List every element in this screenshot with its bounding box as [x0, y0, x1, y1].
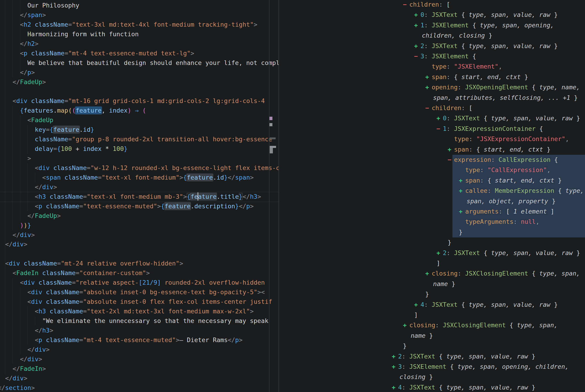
- expand-toggle-icon[interactable]: +: [436, 248, 443, 258]
- expand-toggle-icon[interactable]: +: [459, 175, 465, 186]
- code-line[interactable]: <div className="absolute inset-0 bg-esse…: [0, 288, 278, 297]
- code-line[interactable]: We believe that beautiful design should …: [0, 58, 278, 68]
- ast-line[interactable]: −1: JSXExpressionContainer {: [436, 124, 543, 134]
- expand-toggle-icon[interactable]: +: [414, 300, 421, 310]
- expand-toggle-icon[interactable]: +: [414, 41, 421, 51]
- ast-line[interactable]: +4: JSXText { type, span, value, raw }: [392, 382, 535, 392]
- ast-line[interactable]: closing }: [400, 372, 433, 382]
- code-line[interactable]: <h2 className="text-3xl md:text-4xl font…: [0, 20, 278, 30]
- expand-toggle-icon[interactable]: +: [459, 186, 465, 196]
- code-line[interactable]: </FadeIn>: [0, 364, 278, 374]
- code-line[interactable]: </div>: [0, 374, 278, 383]
- overview-ruler[interactable]: [269, 0, 278, 392]
- expand-toggle-icon[interactable]: +: [414, 20, 421, 30]
- ast-line[interactable]: }: [403, 341, 407, 351]
- code-line[interactable]: <div className="absolute inset-0 flex fl…: [0, 297, 278, 306]
- code-line[interactable]: </div>: [0, 230, 278, 240]
- ast-line[interactable]: span, attributes, selfClosing, ... +1 }: [433, 92, 578, 103]
- ast-line[interactable]: −children: [: [403, 0, 450, 10]
- code-line[interactable]: </div>: [0, 354, 278, 364]
- ast-line[interactable]: −expression: CallExpression {: [448, 154, 558, 165]
- ast-tree-panel[interactable]: −children: [+0: JSXText { type, span, va…: [279, 0, 585, 392]
- code-line[interactable]: </div>: [0, 345, 278, 354]
- code-line[interactable]: [0, 86, 278, 96]
- ast-line[interactable]: −3: JSXElement {: [414, 51, 476, 61]
- ast-line[interactable]: +2: JSXText { type, span, value, raw }: [392, 351, 535, 362]
- code-line[interactable]: >: [0, 154, 278, 163]
- expand-toggle-icon[interactable]: +: [425, 82, 432, 92]
- code-line[interactable]: <p className="mt-4 text-essence-muted">–…: [0, 335, 278, 345]
- ast-line[interactable]: +2: JSXText { type, span, value, raw }: [414, 41, 558, 51]
- expand-toggle-icon[interactable]: +: [392, 382, 398, 392]
- code-line[interactable]: key={feature.id}: [0, 125, 278, 134]
- code-line[interactable]: Our Philosophy: [0, 1, 278, 10]
- code-line[interactable]: <FadeUp: [0, 115, 278, 125]
- ast-line[interactable]: −children: [: [425, 103, 472, 113]
- code-line[interactable]: ))}: [0, 220, 278, 230]
- code-line[interactable]: delay={100 + index * 100}: [0, 144, 278, 154]
- expand-toggle-icon[interactable]: +: [425, 72, 432, 82]
- code-line[interactable]: <div className="w-12 h-12 rounded-xl bg-…: [0, 163, 278, 173]
- code-line[interactable]: {features.map((feature, index) ⇒ (: [0, 106, 278, 115]
- code-line[interactable]: </FadeUp>: [0, 211, 278, 220]
- code-line[interactable]: </div>: [0, 240, 278, 249]
- collapse-toggle-icon[interactable]: −: [448, 154, 454, 165]
- ast-line[interactable]: ]: [436, 258, 440, 268]
- ast-line[interactable]: name }: [411, 330, 433, 341]
- expand-toggle-icon[interactable]: +: [459, 206, 465, 216]
- ast-line[interactable]: typeArguments: null,: [465, 216, 539, 227]
- ast-line[interactable]: +opening: JSXOpeningElement { type, name…: [425, 82, 580, 92]
- code-line[interactable]: <h3 className="text-xl font-medium mb-3"…: [0, 192, 278, 202]
- collapse-toggle-icon[interactable]: −: [436, 124, 443, 134]
- code-line[interactable]: </p>: [0, 68, 278, 77]
- code-line[interactable]: </FadeUp>: [0, 77, 278, 87]
- code-line[interactable]: </section>: [0, 383, 278, 392]
- ast-line[interactable]: }: [425, 289, 429, 299]
- collapse-toggle-icon[interactable]: −: [414, 51, 421, 61]
- ast-line[interactable]: +closing: JSXClosingElement { type, span…: [403, 320, 558, 330]
- collapse-toggle-icon[interactable]: −: [425, 103, 432, 113]
- ast-line[interactable]: }: [459, 227, 462, 237]
- expand-toggle-icon[interactable]: +: [414, 10, 421, 20]
- ast-line[interactable]: children, closing }: [422, 30, 492, 40]
- code-line[interactable]: <span className="text-xl font-medium">{f…: [0, 173, 278, 182]
- code-line[interactable]: <FadeIn className="container-custom">: [0, 268, 278, 278]
- ast-line[interactable]: +2: JSXText { type, span, value, raw }: [436, 248, 580, 258]
- ast-line[interactable]: name }: [433, 279, 455, 289]
- ast-line[interactable]: +span: { start, end, ctxt }: [425, 72, 528, 82]
- code-line[interactable]: <p className="mt-4 text-essence-muted te…: [0, 48, 278, 58]
- collapse-toggle-icon[interactable]: −: [403, 0, 409, 10]
- ast-line[interactable]: +0: JSXText { type, span, value, raw }: [436, 113, 580, 123]
- code-line[interactable]: "We eliminate the unnecessary so that th…: [0, 316, 278, 326]
- ast-line[interactable]: +span: { start, end, ctxt }: [448, 144, 550, 154]
- code-line[interactable]: <div className="mt-16 grid grid-cols-1 m…: [0, 96, 278, 106]
- ast-line[interactable]: span, object, property }: [467, 196, 555, 206]
- ast-line[interactable]: type: "JSXExpressionContainer",: [454, 134, 569, 144]
- code-line[interactable]: <div className="mt-24 relative overflow-…: [0, 259, 278, 268]
- ast-line[interactable]: +callee: MemberExpression { type,: [459, 186, 584, 196]
- expand-toggle-icon[interactable]: +: [436, 113, 443, 123]
- ast-line[interactable]: ]: [414, 310, 418, 320]
- ast-line[interactable]: type: "CallExpression",: [465, 165, 550, 175]
- code-line[interactable]: </div>: [0, 182, 278, 192]
- ast-line[interactable]: +span: { start, end, ctxt }: [459, 175, 562, 186]
- ast-line[interactable]: +0: JSXText { type, span, value, raw }: [414, 10, 558, 20]
- code-line[interactable]: <p className="text-essence-muted">{featu…: [0, 202, 278, 211]
- expand-toggle-icon[interactable]: +: [425, 268, 432, 278]
- expand-toggle-icon[interactable]: +: [448, 144, 454, 154]
- code-line[interactable]: </h2>: [0, 39, 278, 48]
- ast-line[interactable]: +1: JSXElement { type, span, opening,: [414, 20, 554, 30]
- expand-toggle-icon[interactable]: +: [392, 351, 398, 362]
- code-line[interactable]: Harmonizing form with function: [0, 30, 278, 39]
- code-line[interactable]: [0, 249, 278, 259]
- ast-line[interactable]: +3: JSXElement { type, span, opening, ch…: [392, 362, 569, 372]
- ast-line[interactable]: +4: JSXText { type, span, value, raw }: [414, 300, 558, 310]
- expand-toggle-icon[interactable]: +: [403, 320, 409, 330]
- ast-line[interactable]: }: [448, 237, 451, 248]
- expand-toggle-icon[interactable]: +: [392, 362, 398, 372]
- ast-line[interactable]: +arguments: [ 1 element ]: [459, 206, 554, 216]
- code-line[interactable]: className="group p-8 rounded-2xl transit…: [0, 134, 278, 144]
- code-line[interactable]: <div className="relative aspect-[21/9] r…: [0, 278, 278, 288]
- code-line[interactable]: </span>: [0, 10, 278, 20]
- ast-line[interactable]: type: "JSXElement",: [432, 61, 502, 72]
